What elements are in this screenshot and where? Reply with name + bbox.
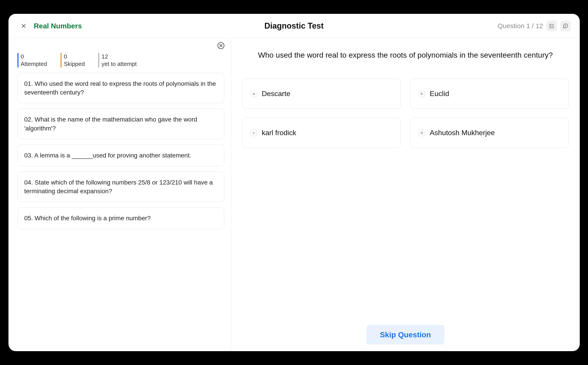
answer-option[interactable]: bEuclid [410, 79, 568, 109]
stat-yet-label: yet to attempt [101, 60, 137, 68]
header-right: Question 1 / 12 [498, 21, 571, 31]
app-window: Real Numbers Diagnostic Test Question 1 … [8, 14, 580, 351]
report-button[interactable] [560, 21, 571, 31]
stat-attempted-value: 0 [21, 53, 47, 60]
option-letter: c [250, 130, 257, 136]
content: 0 Attempted 0 Skipped 12 yet to attempt … [8, 38, 580, 351]
stat-attempted-label: Attempted [21, 60, 47, 68]
main-panel: Who used the word real to express the ro… [231, 38, 580, 351]
answer-option[interactable]: ckarl frodick [242, 118, 400, 148]
checklist-icon [549, 23, 554, 29]
option-letter: d [419, 130, 425, 136]
topic-title: Real Numbers [34, 22, 82, 30]
skip-button[interactable]: Skip Question [366, 325, 444, 344]
question-item[interactable]: 05. Which of the following is a prime nu… [17, 207, 224, 229]
skip-button-wrap: Skip Question [242, 316, 568, 344]
stat-attempted: 0 Attempted [17, 53, 47, 67]
report-icon [562, 23, 568, 29]
option-text: Ashutosh Mukherjee [430, 129, 495, 137]
stats: 0 Attempted 0 Skipped 12 yet to attempt [8, 43, 231, 73]
sidebar: 0 Attempted 0 Skipped 12 yet to attempt … [8, 38, 231, 351]
stat-yet-value: 12 [101, 53, 137, 60]
question-item[interactable]: 01. Who used the word real to express th… [17, 73, 224, 103]
close-button[interactable] [17, 20, 30, 32]
page-title: Diagnostic Test [264, 21, 324, 31]
answer-option[interactable]: dAshutosh Mukherjee [410, 118, 568, 148]
option-letter: b [419, 91, 425, 97]
question-list[interactable]: 01. Who used the word real to express th… [8, 73, 231, 351]
header: Real Numbers Diagnostic Test Question 1 … [8, 14, 580, 38]
stat-yet: 12 yet to attempt [98, 53, 137, 67]
question-item[interactable]: 04. State which of the following numbers… [17, 172, 224, 202]
options-grid: aDescartebEuclidckarl frodickdAshutosh M… [242, 79, 568, 148]
circle-close-icon [217, 42, 225, 49]
question-item[interactable]: 02. What is the name of the mathematicia… [17, 109, 224, 139]
option-text: karl frodick [262, 129, 296, 137]
question-counter: Question 1 / 12 [498, 22, 543, 30]
option-text: Descarte [262, 90, 290, 98]
question-list-toggle[interactable] [546, 21, 557, 31]
question-item[interactable]: 03. A lemma is a ______used for proving … [17, 145, 224, 166]
stat-skipped: 0 Skipped [61, 53, 85, 67]
answer-option[interactable]: aDescarte [242, 79, 400, 109]
current-question-text: Who used the word real to express the ro… [242, 49, 568, 61]
stat-skipped-value: 0 [64, 53, 85, 60]
close-icon [21, 23, 26, 28]
panel-close-button[interactable] [217, 42, 225, 49]
stat-skipped-label: Skipped [64, 60, 85, 68]
option-text: Euclid [430, 90, 449, 98]
svg-point-6 [565, 27, 566, 27]
header-left: Real Numbers [17, 20, 82, 32]
option-letter: a [250, 91, 257, 97]
